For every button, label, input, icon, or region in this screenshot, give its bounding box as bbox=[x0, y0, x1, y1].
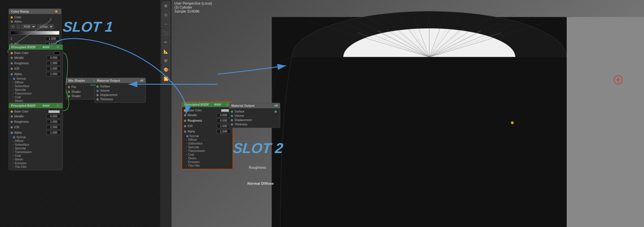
ramp-add-btn[interactable]: + bbox=[11, 25, 15, 29]
base-color-label-large: Base Color bbox=[188, 109, 221, 112]
toolbar-btn-9[interactable]: 🔀 bbox=[162, 75, 170, 83]
normal-label-top: Normal bbox=[17, 77, 26, 80]
toolbar-btn-8[interactable]: 🎨 bbox=[162, 65, 170, 74]
ior-value-top[interactable]: 1.500 bbox=[47, 67, 61, 71]
bsdf-out-socket-large bbox=[226, 103, 229, 106]
pbsdf-large-title: Principled BSDF bbox=[184, 103, 209, 106]
specular-section-bottom: ›Specular bbox=[9, 146, 63, 150]
ramp-interp-select[interactable]: Linear bbox=[37, 24, 54, 29]
roughness-socket-top bbox=[11, 62, 13, 65]
alpha-label-large: Alpha bbox=[188, 130, 216, 133]
mat-output-top-label: All bbox=[140, 79, 143, 82]
color-socket-out bbox=[55, 10, 57, 13]
alpha-socket-large bbox=[184, 130, 186, 133]
mat-output-large-header: Material Output All bbox=[229, 103, 280, 108]
toolbar-btn-2[interactable]: ⊙ bbox=[162, 11, 170, 19]
alpha-label-top: Alpha bbox=[14, 73, 47, 76]
subsurface-label-large: Subsurface bbox=[188, 142, 203, 145]
pbsdf-top-label: BSDF bbox=[43, 46, 50, 49]
color-label: Color bbox=[14, 16, 59, 19]
base-color-label-top: Base Color bbox=[14, 51, 54, 55]
emission-section-large: ›Emission bbox=[182, 160, 232, 164]
node-editor: Color Ramp Color Alpha + - RGB bbox=[0, 0, 160, 227]
toolbar-btn-1[interactable]: ⊕ bbox=[162, 1, 170, 10]
transmission-section-top: ›Transmission bbox=[9, 92, 63, 95]
thinfilm-label-bottom: Thin Film bbox=[15, 165, 27, 168]
roughness-socket-large bbox=[184, 120, 186, 122]
metallic-row-top: Metallic 0.000 bbox=[9, 55, 63, 61]
diffuse-section-top: ›Diffuse bbox=[9, 81, 63, 84]
diffuse-label-large: Diffuse bbox=[188, 138, 197, 141]
color-ramp-header: Color Ramp bbox=[9, 9, 61, 14]
specular-label-large: Specular bbox=[188, 146, 199, 149]
ramp-remove-btn[interactable]: - bbox=[16, 25, 20, 29]
thickness-row-top: Thickness bbox=[95, 97, 146, 101]
volume-socket-top bbox=[96, 90, 99, 92]
alpha-value-bottom[interactable]: 1.000 bbox=[47, 130, 61, 135]
pos-value[interactable]: 1.000 bbox=[45, 37, 59, 41]
bsdf-out-socket-bottom bbox=[57, 105, 59, 107]
coat-label-large: Coat bbox=[188, 153, 194, 156]
alpha-label: Alpha bbox=[14, 20, 59, 23]
specular-section-large: ›Specular bbox=[182, 145, 232, 149]
roughness-label-bottom: Roughness bbox=[14, 120, 47, 123]
slot1-annotation: SLOT 1 bbox=[62, 19, 114, 35]
sheen-section-top: ›Sheen bbox=[9, 99, 63, 103]
coat-label-top: Coat bbox=[15, 96, 21, 99]
transmission-label-large: Transmission bbox=[188, 149, 205, 152]
surface-row-large: Surface bbox=[229, 109, 280, 114]
svg-rect-31 bbox=[567, 17, 644, 227]
toolbar-btn-3[interactable]: ↔ bbox=[162, 20, 170, 28]
toolbar-btn-7[interactable]: ⊞ bbox=[162, 56, 170, 65]
transmission-label-top: Transmission bbox=[15, 92, 32, 95]
toolbar-btn-4[interactable]: ⬛ bbox=[162, 29, 170, 37]
normal-section-large: Normal bbox=[182, 134, 232, 138]
emission-label-large: Emission bbox=[188, 160, 200, 164]
mix-shader-title: Mix Shader bbox=[68, 79, 85, 82]
metallic-value-bottom[interactable]: 0.000 bbox=[47, 114, 61, 118]
base-color-swatch-bottom[interactable] bbox=[48, 110, 60, 113]
mat-output-large-label: All bbox=[274, 104, 278, 107]
base-color-socket-bottom bbox=[11, 111, 13, 113]
mix-shader2-socket bbox=[68, 95, 70, 97]
mix-shader1-socket bbox=[68, 91, 70, 93]
mat-output-large-title: Material Output bbox=[231, 104, 255, 107]
toolbar-btn-6[interactable]: 📐 bbox=[162, 47, 170, 56]
normal-label-large: Normal bbox=[190, 134, 199, 138]
toolbar-btn-5[interactable]: ✏ bbox=[162, 38, 170, 47]
base-color-swatch-top[interactable] bbox=[54, 52, 60, 55]
metallic-label-top: Metallic bbox=[14, 56, 47, 59]
ior-socket-large bbox=[184, 125, 186, 127]
surface-row-top: Surface bbox=[95, 84, 146, 89]
ramp-mode-select[interactable]: RGB bbox=[21, 24, 36, 29]
alpha-row-bottom: Alpha 1.000 bbox=[9, 130, 63, 135]
pbsdf-bottom-title: Principled BSDF bbox=[11, 104, 36, 107]
sheen-label-large: Sheen bbox=[188, 157, 196, 160]
ior-value-bottom[interactable]: 1.500 bbox=[47, 125, 61, 129]
roughness-value-bottom[interactable]: 1.000 bbox=[47, 120, 61, 124]
alpha-value-top[interactable]: 1.000 bbox=[47, 72, 61, 76]
ior-row-top: IOR 1.500 bbox=[9, 66, 63, 71]
surface-label-top: Surface bbox=[100, 85, 110, 88]
surface-label-large: Surface bbox=[234, 110, 244, 113]
displacement-label-top: Displacement bbox=[100, 93, 118, 97]
ior-row-bottom: IOR 1.500 bbox=[9, 124, 63, 130]
roughness-row-bottom: Roughness 1.000 bbox=[9, 119, 63, 124]
ramp-controls: + - RGB Linear bbox=[9, 24, 61, 30]
main-container: Color Ramp Color Alpha + - RGB bbox=[0, 0, 644, 227]
pos-label: 1 bbox=[11, 37, 45, 40]
metallic-value-top[interactable]: 0.000 bbox=[47, 56, 61, 60]
principled-bsdf-bottom: Principled BSDF BSDF Base Color Metallic… bbox=[9, 103, 63, 170]
sheen-section-large: ›Sheen bbox=[182, 156, 232, 160]
base-color-swatch-large[interactable] bbox=[221, 109, 230, 112]
ior-label-bottom: IOR bbox=[14, 126, 47, 129]
mat-output-large-body: Surface Volume Displacement Thickness bbox=[229, 108, 280, 128]
alpha-value-large[interactable]: 1.000 bbox=[216, 129, 231, 134]
pbsdf-top-title: Principled BSDF bbox=[11, 45, 36, 49]
metallic-socket-top bbox=[11, 57, 13, 59]
roughness-value-top[interactable]: 1.000 bbox=[47, 61, 61, 65]
roughness-row-large: Roughness 0.500 bbox=[182, 118, 232, 123]
color-ramp-color-row: Color bbox=[9, 15, 61, 19]
pbsdf-top-body: Base Color Metallic 0.000 Roughness 1.00… bbox=[9, 50, 63, 111]
alpha-row-large: Alpha 1.000 bbox=[182, 129, 232, 134]
